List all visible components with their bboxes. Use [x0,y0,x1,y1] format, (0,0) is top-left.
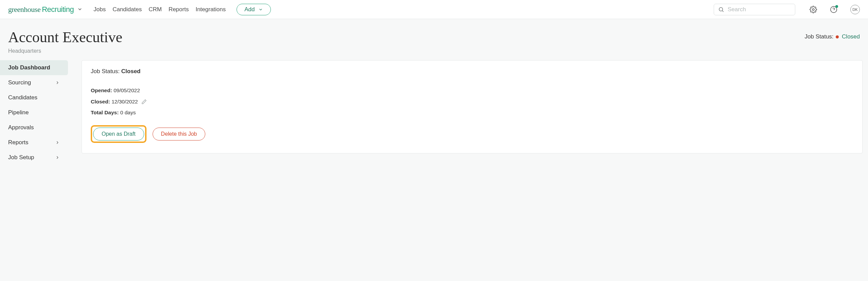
svg-point-0 [719,7,723,11]
logo-recruiting: Recruiting [42,5,74,14]
pencil-icon [141,99,147,104]
open-as-draft-highlight: Open as Draft [91,125,146,143]
sidebar-item-label: Reports [8,139,29,146]
card-status-label: Job Status: [91,68,120,75]
page-title: Account Executive [8,29,122,46]
sidebar: Job Dashboard Sourcing Candidates Pipeli… [0,60,68,165]
chevron-right-icon [55,80,60,85]
top-nav: greenhouse Recruiting Jobs Candidates CR… [0,0,868,19]
chevron-right-icon [55,155,60,160]
add-button-label: Add [244,6,255,13]
sidebar-item-approvals[interactable]: Approvals [0,120,68,135]
closed-row: Closed: 12/30/2022 [91,96,853,108]
sidebar-item-job-dashboard[interactable]: Job Dashboard [0,60,68,75]
closed-value: 12/30/2022 [111,99,138,104]
chevron-down-icon [77,6,83,12]
card-status-value: Closed [121,68,141,75]
chevron-down-icon [258,7,263,12]
sidebar-item-label: Approvals [8,124,34,131]
sidebar-item-reports[interactable]: Reports [0,135,68,150]
notification-dot-icon [835,5,838,8]
open-as-draft-button[interactable]: Open as Draft [93,128,144,140]
gear-icon [810,6,817,13]
total-days-value: 0 days [120,110,136,115]
sidebar-item-label: Sourcing [8,79,31,86]
search-input[interactable] [728,6,791,13]
total-days-label: Total Days: [91,110,119,115]
closed-label: Closed: [91,99,110,104]
status-dot-icon [836,35,839,38]
edit-closed-date-button[interactable] [141,99,147,104]
search-box[interactable] [714,4,795,15]
opened-label: Opened: [91,87,112,93]
opened-value: 09/05/2022 [114,87,140,93]
page-header: Account Executive Headquarters Job Statu… [0,19,868,60]
primary-nav: Jobs Candidates CRM Reports Integrations [93,6,226,13]
sidebar-item-label: Job Dashboard [8,64,50,71]
total-days-row: Total Days: 0 days [91,107,853,118]
sidebar-item-pipeline[interactable]: Pipeline [0,105,68,120]
sidebar-item-job-setup[interactable]: Job Setup [0,150,68,165]
nav-reports[interactable]: Reports [169,6,189,13]
sidebar-item-candidates[interactable]: Candidates [0,90,68,105]
user-avatar[interactable]: DK [850,5,860,14]
page-subtitle: Headquarters [8,48,122,54]
delete-job-button[interactable]: Delete this Job [153,128,206,140]
settings-button[interactable] [810,6,817,13]
job-status-summary: Job Status: Closed [805,29,860,40]
delete-job-label: Delete this Job [161,131,197,137]
nav-integrations[interactable]: Integrations [195,6,226,13]
svg-point-2 [812,9,814,11]
opened-row: Opened: 09/05/2022 [91,85,853,96]
search-icon [718,6,724,13]
job-status-label: Job Status: [805,33,834,40]
nav-crm[interactable]: CRM [149,6,162,13]
job-status-value: Closed [842,33,860,40]
logo-greenhouse: greenhouse [8,5,40,14]
chevron-right-icon [55,140,60,145]
nav-jobs[interactable]: Jobs [93,6,106,13]
app-logo[interactable]: greenhouse Recruiting [8,5,83,14]
avatar-initials: DK [852,7,857,12]
sidebar-item-label: Pipeline [8,109,29,116]
job-status-card: Job Status: Closed Opened: 09/05/2022 Cl… [82,60,863,153]
nav-candidates[interactable]: Candidates [112,6,142,13]
add-button[interactable]: Add [237,4,271,15]
open-as-draft-label: Open as Draft [102,131,136,137]
svg-line-1 [722,11,723,12]
help-button[interactable] [830,6,837,13]
sidebar-item-label: Job Setup [8,154,34,161]
sidebar-item-sourcing[interactable]: Sourcing [0,75,68,90]
sidebar-item-label: Candidates [8,94,37,101]
